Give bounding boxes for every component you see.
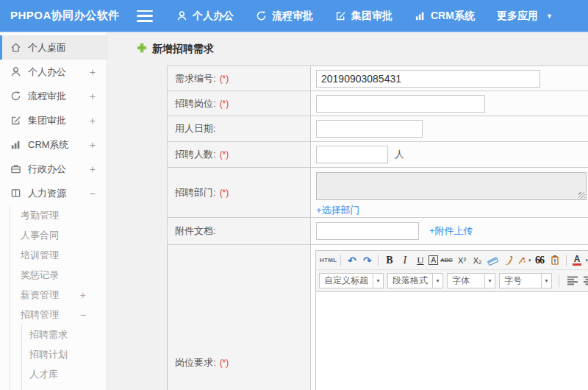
richtext-editor: HTML ↶ ↷ B I U A ABC X² [315, 250, 588, 390]
bold-button[interactable]: B [382, 253, 396, 268]
sidebar-item-label: 个人办公 [28, 65, 66, 79]
attachment-upload-link[interactable]: +附件上传 [429, 224, 473, 238]
font-color-button[interactable]: A [570, 253, 584, 268]
attachment-input[interactable] [316, 222, 419, 240]
chart-icon [415, 10, 426, 21]
toolbar-separator [566, 255, 567, 266]
eraser-icon[interactable] [486, 253, 500, 268]
superscript-button[interactable]: X² [455, 253, 469, 268]
sidebar-item-training[interactable]: 培训管理 [10, 245, 107, 265]
unit-suffix: 人 [395, 148, 404, 161]
sidebar-item-attendance[interactable]: 考勤管理 [10, 205, 107, 225]
nav-label: 集团审批 [351, 10, 392, 23]
sidebar-item-personal-desktop[interactable]: 个人桌面 [0, 35, 107, 60]
sidebar-item-rewards[interactable]: 奖惩记录 [10, 265, 107, 285]
nav-group-approval[interactable]: 集团审批 [335, 10, 392, 23]
label-text: 招聘岗位: [175, 97, 216, 110]
align-center-icon[interactable] [584, 276, 588, 286]
custom-title-select[interactable]: 自定义标题▾ [319, 273, 384, 288]
undo-icon[interactable]: ↶ [345, 253, 359, 268]
nav-crm-system[interactable]: CRM系统 [415, 10, 475, 23]
collapse-minus-icon[interactable]: − [80, 309, 86, 321]
sidebar-item-label: CRM系统 [28, 138, 69, 152]
expand-plus-icon[interactable]: + [80, 289, 86, 301]
user-icon [176, 10, 187, 21]
expand-plus-icon[interactable]: + [90, 163, 96, 175]
highlight-color-icon[interactable]: ▾ [517, 253, 531, 268]
sidebar-item-label: 招聘计划 [29, 348, 68, 361]
select-value: 字体 [448, 274, 484, 287]
font-family-select[interactable]: 字体▾ [447, 273, 495, 288]
caret-down-icon: ▾ [432, 274, 442, 288]
format-brush-icon[interactable] [501, 253, 515, 268]
resize-grip-icon[interactable] [578, 192, 585, 199]
blockquote-button[interactable]: 66 [533, 253, 547, 268]
label-text: 附件文档: [175, 224, 216, 238]
select-value: 字号 [500, 274, 541, 287]
paragraph-format-select[interactable]: 段落格式▾ [387, 273, 443, 288]
form-row-job-requirements: 岗位要求: (*) HTML ↶ ↷ B I [167, 245, 588, 390]
field-label: 招聘部门: (*) [168, 168, 311, 217]
label-text: 招聘部门: [175, 186, 216, 199]
required-mark: (*) [220, 188, 229, 198]
sidebar-item-personal-office[interactable]: 个人办公 + [0, 60, 107, 84]
expand-plus-icon[interactable]: + [90, 115, 96, 127]
sidebar-item-recruit-demand[interactable]: 招聘需求 [22, 325, 107, 344]
expand-plus-icon[interactable]: + [90, 66, 96, 78]
process-icon [256, 10, 267, 21]
redo-icon[interactable]: ↷ [360, 253, 374, 268]
nav-process-approval[interactable]: 流程审批 [256, 10, 313, 23]
sidebar-item-group-approval[interactable]: 集团审批 + [0, 108, 107, 132]
sidebar-item-admin-office[interactable]: 行政办公 + [0, 157, 107, 181]
italic-button[interactable]: I [398, 253, 412, 268]
sidebar-item-salary[interactable]: 薪资管理+ [10, 285, 107, 305]
menu-toggle-icon[interactable] [137, 10, 153, 22]
home-icon [10, 42, 21, 53]
editor-toolbar-row2: 自定义标题▾ 段落格式▾ 字体▾ 字号▾ [316, 270, 588, 292]
hire-date-input[interactable] [316, 120, 423, 138]
top-navigation: 个人办公 流程审批 集团审批 CRM系统 更多应用 ▼ [176, 10, 575, 23]
required-mark: (*) [220, 358, 229, 368]
form-row-demand-number: 需求编号: (*) [168, 66, 588, 91]
recruit-submenu: 招聘需求 招聘计划 人才库 [21, 325, 107, 390]
demand-number-input[interactable] [316, 70, 540, 88]
strikethrough-button[interactable]: ABC [440, 253, 453, 268]
field-value-cell: 人 [311, 142, 588, 167]
sidebar-item-process-approval[interactable]: 流程审批 + [0, 84, 107, 108]
department-textarea[interactable] [316, 172, 587, 200]
font-size-select[interactable]: 字号▾ [499, 273, 552, 288]
sidebar-item-talent-pool[interactable]: 人才库 [22, 364, 107, 384]
sidebar-item-label: 考勤管理 [21, 209, 59, 222]
underline-button[interactable]: U [413, 253, 427, 268]
headcount-input[interactable] [316, 146, 388, 163]
html-source-button[interactable]: HTML [320, 253, 337, 268]
required-mark: (*) [220, 99, 229, 109]
sidebar-item-recruit-mgmt[interactable]: 招聘管理− [10, 305, 107, 325]
subscript-button[interactable]: X₂ [470, 253, 484, 268]
editor-content-area[interactable] [316, 292, 588, 390]
hr-submenu: 考勤管理 人事合同 培训管理 奖惩记录 薪资管理+ 招聘管理− 招聘需求 招聘计… [10, 205, 107, 390]
collapse-minus-icon[interactable]: − [90, 188, 96, 199]
paste-icon[interactable] [548, 253, 562, 268]
expand-plus-icon[interactable]: + [90, 139, 96, 151]
topbar: PHPOA协同办公软件 个人办公 流程审批 集团审批 CRM系统 更多应用 ▼ [0, 0, 588, 32]
sidebar-item-hr[interactable]: 人力资源 − [0, 181, 107, 205]
font-border-button[interactable]: A [429, 255, 438, 265]
sidebar-item-recruit-plan[interactable]: 招聘计划 [22, 344, 107, 364]
nav-personal-office[interactable]: 个人办公 [176, 10, 234, 23]
nav-more-apps[interactable]: 更多应用 ▼ [497, 10, 553, 23]
align-left-icon[interactable] [567, 276, 578, 286]
sidebar-item-label: 人才库 [29, 368, 58, 381]
sidebar-item-hr-contract[interactable]: 人事合同 [10, 225, 107, 245]
select-department-link[interactable]: +选择部门 [316, 204, 360, 217]
sidebar-item-label: 人力资源 [28, 187, 66, 200]
sidebar-item-label: 个人桌面 [28, 41, 66, 54]
expand-plus-icon[interactable]: + [90, 91, 96, 102]
form-row-headcount: 招聘人数: (*) 人 [168, 142, 588, 168]
briefcase-icon [10, 163, 21, 174]
sidebar-item-label: 行政办公 [28, 163, 66, 176]
sidebar-item-crm[interactable]: CRM系统 + [0, 132, 107, 157]
position-input[interactable] [316, 95, 485, 113]
label-text: 招聘人数: [175, 148, 216, 161]
sidebar-item-label: 薪资管理 [21, 288, 59, 302]
